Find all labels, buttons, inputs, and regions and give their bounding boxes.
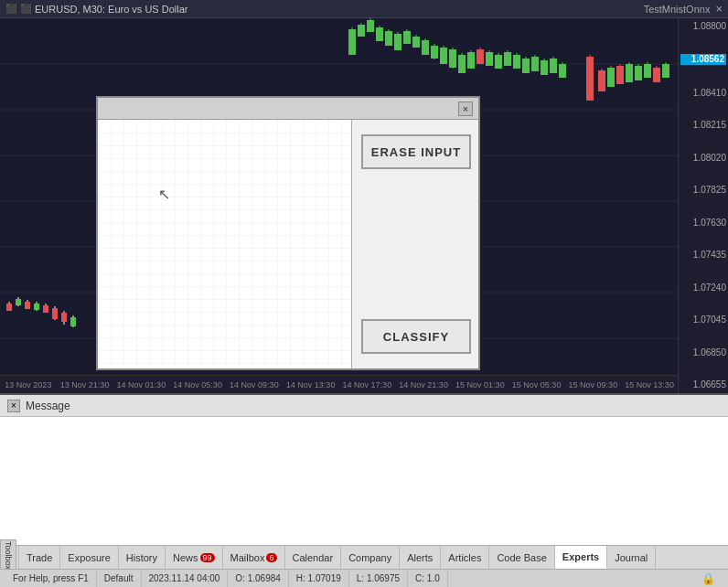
svg-rect-80 — [626, 64, 633, 82]
tab-alerts[interactable]: Alerts — [400, 546, 441, 569]
time-label: 14 Nov 13:30 — [283, 380, 339, 390]
tab-news[interactable]: News99 — [166, 546, 223, 569]
tab-journal[interactable]: Journal — [607, 546, 656, 569]
modal-titlebar[interactable]: × — [98, 98, 478, 120]
toolbox-label[interactable]: Toolbox — [0, 539, 16, 571]
price-label: 1.06655 — [680, 380, 726, 390]
svg-rect-12 — [25, 302, 30, 309]
svg-rect-32 — [385, 31, 392, 46]
erase-input-button[interactable]: ERASE INPUT — [361, 134, 471, 169]
svg-rect-14 — [34, 304, 39, 310]
svg-rect-42 — [431, 46, 438, 59]
message-panel: × Message — [0, 393, 728, 547]
svg-rect-70 — [559, 64, 566, 78]
current-price-label: 1.08562 — [680, 54, 726, 65]
tab-codebase[interactable]: Code Base — [489, 546, 554, 569]
price-label: 1.08800 — [680, 22, 726, 31]
price-label: 1.07435 — [680, 251, 726, 260]
modal-close-btn[interactable]: × — [458, 101, 473, 116]
status-bar: For Help, press F1 Default 2023.11.14 04… — [0, 569, 728, 587]
classify-button[interactable]: CLASSIFY — [361, 319, 471, 354]
tab-history[interactable]: History — [119, 546, 166, 569]
svg-rect-10 — [16, 299, 21, 305]
svg-rect-88 — [662, 64, 669, 78]
svg-rect-82 — [635, 66, 642, 80]
time-label: 14 Nov 05:30 — [169, 380, 226, 390]
svg-rect-40 — [422, 40, 429, 55]
price-label: 1.07240 — [680, 283, 726, 293]
svg-rect-46 — [449, 49, 456, 68]
price-label: 1.07825 — [680, 186, 726, 195]
bottom-tabbar: Trade Exposure History News99 Mailbox6 C… — [0, 545, 728, 569]
close-price: C: 1.0 — [408, 570, 448, 587]
message-close-btn[interactable]: × — [7, 400, 20, 412]
svg-rect-56 — [495, 55, 502, 69]
time-label: 15 Nov 05:30 — [509, 380, 565, 390]
svg-rect-28 — [367, 20, 374, 32]
tab-mailbox[interactable]: Mailbox6 — [223, 546, 285, 569]
chart-title-close-btn[interactable]: × — [715, 2, 723, 16]
svg-rect-62 — [522, 59, 530, 73]
tab-calendar[interactable]: Calendar — [285, 546, 342, 569]
svg-rect-72 — [586, 57, 594, 101]
svg-rect-22 — [70, 317, 76, 326]
time-label: 15 Nov 09:30 — [565, 380, 622, 390]
tab-articles[interactable]: Articles — [441, 546, 489, 569]
tab-company[interactable]: Company — [341, 546, 400, 569]
open-price: O: 1.06984 — [228, 570, 288, 587]
grid-svg — [98, 120, 351, 368]
price-label: 1.08020 — [680, 154, 726, 163]
chart-title: EURUSD, M30: Euro vs US Dollar — [35, 4, 188, 15]
button-panel: ERASE INPUT CLASSIFY — [352, 120, 478, 368]
svg-rect-20 — [61, 313, 67, 322]
svg-rect-86 — [653, 68, 660, 82]
price-axis: 1.08800 1.08562 1.08410 1.08215 1.08020 … — [678, 18, 728, 393]
svg-rect-30 — [376, 27, 383, 41]
chart-test-label: TestMnistOnnx — [644, 4, 711, 15]
svg-rect-44 — [440, 48, 447, 64]
message-titlebar: × Message — [0, 395, 728, 417]
time-label: 14 Nov 09:30 — [226, 380, 283, 390]
svg-rect-52 — [476, 49, 484, 64]
svg-rect-74 — [598, 70, 605, 91]
drawing-canvas[interactable]: ↖ — [98, 120, 352, 368]
price-label: 1.08410 — [680, 89, 726, 98]
price-label: 1.07630 — [680, 219, 726, 228]
modal-body: ↖ ERASE INPUT CLASSIFY — [98, 120, 478, 368]
default-text: Default — [97, 570, 142, 587]
svg-rect-38 — [412, 37, 420, 48]
price-label: 1.06850 — [680, 348, 726, 358]
svg-rect-84 — [644, 64, 651, 78]
svg-rect-50 — [467, 52, 475, 69]
svg-rect-58 — [504, 52, 511, 66]
svg-rect-8 — [6, 304, 12, 311]
svg-rect-89 — [98, 120, 351, 368]
chart-titlebar: ⬛ ⬛ EURUSD, M30: Euro vs US Dollar TestM… — [0, 0, 728, 18]
time-label: 14 Nov 01:30 — [113, 380, 170, 390]
high-price: H: 1.07019 — [289, 570, 349, 587]
lock-icon: 🔒 — [694, 570, 723, 587]
time-label: 14 Nov 17:30 — [339, 380, 396, 390]
time-axis: 13 Nov 2023 13 Nov 21:30 14 Nov 01:30 14… — [0, 375, 678, 393]
tab-experts[interactable]: Experts — [555, 546, 607, 569]
svg-rect-60 — [513, 55, 520, 69]
svg-rect-16 — [43, 305, 48, 313]
time-label: 14 Nov 21:30 — [395, 380, 452, 390]
news-badge: 99 — [200, 553, 215, 562]
svg-rect-68 — [550, 59, 557, 73]
svg-rect-34 — [394, 34, 401, 50]
time-label: 13 Nov 21:30 — [57, 380, 113, 390]
message-title: Message — [26, 400, 70, 412]
svg-rect-36 — [403, 31, 411, 44]
mailbox-badge: 6 — [266, 553, 276, 562]
low-price: L: 1.06975 — [349, 570, 408, 587]
time-label: 13 Nov 2023 — [0, 380, 57, 390]
tab-exposure[interactable]: Exposure — [60, 546, 118, 569]
datetime-status: 2023.11.14 04:00 — [142, 570, 229, 587]
modal-dialog: × ↖ ERASE INPUT CLASSIFY — [96, 96, 480, 370]
svg-rect-24 — [348, 29, 356, 55]
time-label: 15 Nov 13:30 — [621, 380, 678, 390]
svg-rect-76 — [607, 68, 615, 87]
tab-trade[interactable]: Trade — [18, 546, 60, 569]
svg-rect-54 — [486, 52, 493, 66]
